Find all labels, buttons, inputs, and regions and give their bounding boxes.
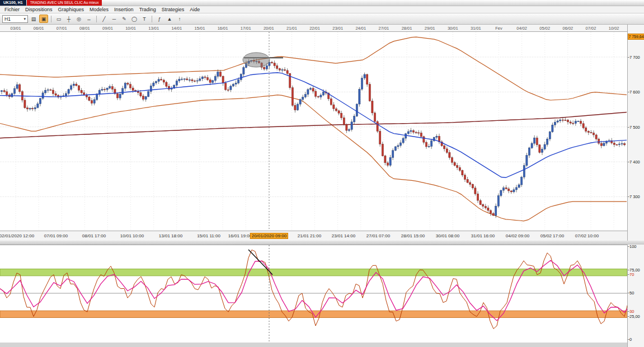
menu-bar: FichierDispositionsGraphiquesModelesInse… <box>0 6 644 13</box>
oscillator-tick <box>628 293 629 293</box>
price-history-icon[interactable]: ▤ <box>29 15 38 23</box>
order-arrow-icon[interactable]: ↑ <box>175 15 184 23</box>
date-label: 07/01 <box>57 26 67 31</box>
price-label: 7 700 <box>629 55 640 60</box>
menu-strategies[interactable]: Strategies <box>159 7 187 12</box>
date-label: 06/01 <box>34 26 44 31</box>
top-date-axis: 03/0106/0107/0108/0109/0110/0113/0114/01… <box>0 25 627 32</box>
toolbar-separator <box>51 16 51 22</box>
oscillator-tick <box>628 274 629 275</box>
one-click-trading-banner[interactable]: TRADING AVEC UN SEUL CLIC Au mieux <box>27 0 102 6</box>
date-label: 05/02 <box>539 26 550 31</box>
trend-line-icon[interactable]: ╱ <box>100 15 109 23</box>
grid <box>0 32 627 231</box>
date-label: 14/01 <box>171 26 182 31</box>
timeframe-value: H1 <box>4 16 11 22</box>
zoom-icon[interactable]: ◎ <box>74 15 83 23</box>
date-label: 22/01 <box>309 26 320 31</box>
price-tick <box>628 57 629 58</box>
main-price-chart[interactable] <box>0 32 627 231</box>
date-label: 06/02 <box>562 26 573 31</box>
date-label: 29/01 <box>425 26 435 31</box>
date-label: 04/02 <box>516 26 527 31</box>
date-label: 27/01 <box>379 26 389 31</box>
measure-icon[interactable]: ↔ <box>84 15 93 23</box>
date-label: 08/01 <box>79 26 90 31</box>
price-label: 7 400 <box>629 160 640 165</box>
oscillator-canvas[interactable] <box>0 245 627 343</box>
price-axis[interactable]: 7 7007 6007 5007 4007 3007 759,6410075,0… <box>627 25 644 347</box>
date-label: 10/02 <box>609 26 619 31</box>
bottom-date-axis[interactable]: 02/01/2020 12:0007/01 09:0008/01 17:0010… <box>0 231 627 241</box>
menu-graphiques[interactable]: Graphiques <box>55 7 87 12</box>
last-price-label: 7 759,64 <box>628 34 644 40</box>
oscillator-level-label: 0 <box>629 337 632 342</box>
main-chart-canvas[interactable] <box>0 32 627 231</box>
bottom-strip <box>0 343 627 347</box>
restore-view-icon[interactable]: ▣ <box>39 15 48 23</box>
panel-splitter[interactable] <box>0 241 644 245</box>
pencil-icon[interactable]: ✎ <box>120 15 129 23</box>
date-label: 08/01 17:00 <box>82 233 106 238</box>
indicators-icon[interactable]: ƒ <box>155 15 164 23</box>
alerts-icon[interactable]: ▲ <box>165 15 174 23</box>
overbought-zone <box>0 269 627 276</box>
date-label: 28/01 15:00 <box>401 233 425 238</box>
date-label: 07/01 09:00 <box>44 233 68 238</box>
menu-aide[interactable]: Aide <box>187 7 203 12</box>
date-label: 15/01 <box>195 26 205 31</box>
date-label: 21/01 21:00 <box>298 233 321 238</box>
candles-series <box>1 59 625 218</box>
oscillator-level-label: 70 <box>629 272 634 277</box>
horizontal-line-icon[interactable]: ─ <box>110 15 119 23</box>
oscillator-tick <box>628 316 629 317</box>
ellipse-draw-icon[interactable]: ◯ <box>130 15 139 23</box>
date-label: 16/01 <box>218 26 228 31</box>
text-tool-icon[interactable]: T <box>140 15 149 23</box>
date-label: 21/01 <box>286 26 297 31</box>
oscillator-level-label: 25,00 <box>629 314 640 319</box>
date-label: 15/01 11:00 <box>197 233 220 238</box>
oscillator-level-label: 50 <box>629 290 634 296</box>
price-label: 7 600 <box>629 90 640 95</box>
pointer-icon[interactable]: ▭ <box>54 15 63 23</box>
date-label: 23/01 <box>332 26 343 31</box>
date-label: Fev <box>495 26 502 31</box>
menu-fichier[interactable]: Fichier <box>2 7 22 12</box>
date-label: 17/01 <box>241 26 251 31</box>
date-label: 30/01 <box>448 26 458 31</box>
oscillator-tick <box>628 339 629 340</box>
date-label: 30/01 08:00 <box>436 233 459 238</box>
bollinger-lower-line <box>0 95 627 221</box>
price-label: 7 300 <box>629 194 640 199</box>
chevron-down-icon: ▾ <box>23 17 26 21</box>
oscillator-level-label: 100 <box>629 244 637 249</box>
date-label: 13/01 <box>148 26 159 31</box>
oscillator-tick <box>628 270 629 270</box>
date-label: 07/02 10:00 <box>575 233 599 238</box>
menu-modeles[interactable]: Modeles <box>87 7 111 12</box>
date-label: 10/01 10:00 <box>120 233 144 238</box>
date-label: 23/01 14:00 <box>332 233 355 238</box>
trading-app-window: UK100, H1 TRADING AVEC UN SEUL CLIC Au m… <box>0 0 644 347</box>
price-tick <box>628 196 629 197</box>
date-label: 10/01 <box>125 26 136 31</box>
title-bar: UK100, H1 TRADING AVEC UN SEUL CLIC Au m… <box>0 0 644 6</box>
date-label: 20/01 <box>264 26 274 31</box>
menu-dispositions[interactable]: Dispositions <box>22 7 55 12</box>
timeframe-select[interactable]: H1 ▾ <box>2 15 28 23</box>
crosshair-icon[interactable]: ┼ <box>64 15 73 23</box>
selected-date-label: 20/01/2020 09:00 <box>250 233 288 239</box>
date-label: 31/01 <box>471 26 481 31</box>
date-label: 31/01 16:00 <box>471 233 495 238</box>
menu-insertion[interactable]: Insertion <box>111 7 137 12</box>
toolbar-separator <box>96 16 97 22</box>
oscillator-panel[interactable] <box>0 245 627 343</box>
window-title: UK100, H1 <box>0 0 26 6</box>
toolbar-separator <box>152 16 152 22</box>
date-label: 02/01/2020 12:00 <box>0 233 34 238</box>
date-label: 04/02 09:00 <box>506 233 529 238</box>
menu-trading[interactable]: Trading <box>137 7 159 12</box>
date-label: 24/01 <box>355 26 366 31</box>
highlight-ellipse[interactable] <box>243 53 270 67</box>
